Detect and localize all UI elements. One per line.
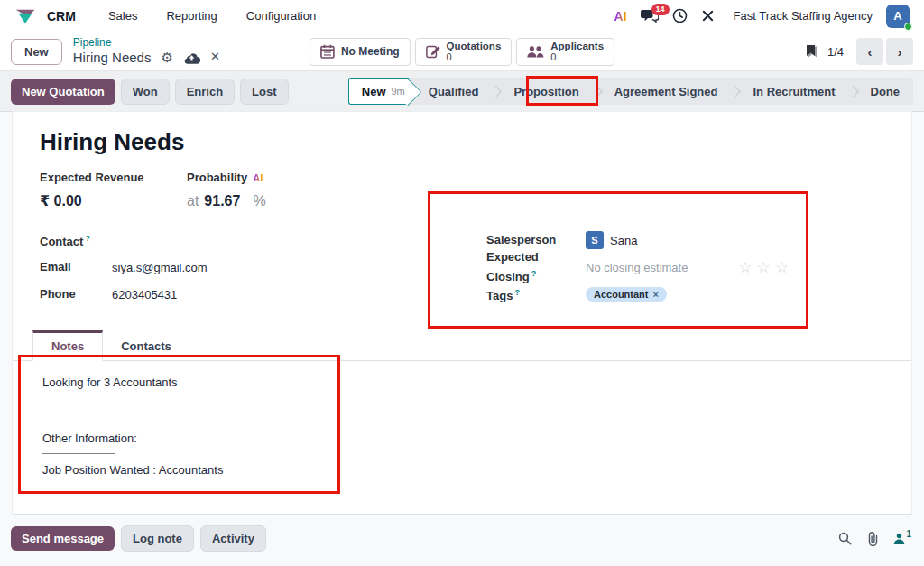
log-note-button[interactable]: Log note	[121, 525, 194, 552]
ai-icon: AI	[253, 172, 263, 183]
follower-count: 1	[906, 529, 911, 539]
right-field-column: Salesperson S Sana Expected Closing? No …	[486, 231, 789, 312]
messages-icon[interactable]: 14	[641, 9, 659, 23]
pager-prev-button[interactable]: ‹	[856, 38, 883, 65]
crm-logo-icon[interactable]	[14, 7, 36, 24]
followers-icon[interactable]: 1	[893, 533, 911, 544]
breadcrumb-current: Hiring Needs	[73, 50, 152, 65]
search-icon[interactable]	[838, 532, 852, 545]
stage-group: Qualified Proposition Agreement Signed I…	[399, 78, 913, 105]
expected-closing-label: Expected Closing?	[486, 249, 586, 285]
quotations-count: 0	[447, 51, 502, 62]
no-meeting-label: No Meeting	[341, 45, 400, 58]
email-field[interactable]: Email siya.s@gmail.com	[40, 258, 437, 276]
email-label: Email	[40, 259, 112, 275]
field-columns: Contact? Email siya.s@gmail.com Phone 62…	[40, 231, 884, 312]
notebook-tabs: Notes Contacts	[13, 330, 911, 361]
salesperson-value[interactable]: Sana	[610, 234, 637, 247]
stat-button-group: No Meeting Quotations 0	[310, 38, 614, 66]
discard-icon[interactable]: ✕	[210, 51, 220, 64]
expected-closing-placeholder[interactable]: No closing estimate	[586, 261, 688, 274]
stage-agreement-signed[interactable]: Agreement Signed	[601, 78, 732, 105]
stage-new[interactable]: New 9m	[348, 78, 409, 105]
star-icon[interactable]: ☆	[738, 258, 752, 277]
users-icon	[527, 45, 544, 58]
contact-label: Contact?	[40, 230, 112, 250]
stage-done[interactable]: Done	[857, 78, 914, 105]
tag-accountant[interactable]: Accountant ×	[586, 287, 667, 302]
tag-remove-icon[interactable]: ×	[653, 289, 659, 300]
tools-icon[interactable]	[701, 9, 715, 23]
new-record-button[interactable]: New	[11, 39, 62, 65]
help-icon: ?	[514, 288, 520, 297]
menu-sales[interactable]: Sales	[99, 9, 147, 23]
form-sheet: Hiring Needs Expected Revenue Probabilit…	[13, 112, 911, 515]
stage-pipeline: New 9m Qualified Proposition Agreement S…	[348, 78, 913, 105]
menu-reporting[interactable]: Reporting	[157, 9, 226, 23]
top-navbar: CRM Sales Reporting Configuration AI 14 …	[0, 0, 924, 32]
stage-in-recruitment[interactable]: In Recruitment	[739, 78, 848, 105]
chatter-bar: Send message Log note Activity 1	[0, 515, 924, 552]
control-bar: New Pipeline Hiring Needs ⚙ ✕	[0, 32, 924, 70]
activity-button[interactable]: Activity	[200, 525, 266, 552]
tab-contacts[interactable]: Contacts	[103, 333, 189, 360]
company-switcher[interactable]: Fast Track Staffing Agency	[734, 9, 873, 23]
won-button[interactable]: Won	[121, 79, 170, 105]
menu-configuration[interactable]: Configuration	[237, 9, 325, 23]
contact-field[interactable]: Contact?	[40, 231, 437, 249]
salesperson-avatar: S	[586, 231, 604, 249]
revenue-probability-block: Expected Revenue ProbabilityAI ₹ 0.00 at…	[40, 170, 266, 211]
tag-name: Accountant	[594, 289, 649, 300]
pager-value: 1/4	[827, 45, 844, 59]
phone-value[interactable]: 6203405431	[112, 288, 177, 302]
notes-divider	[42, 453, 115, 454]
page-title[interactable]: Hiring Needs	[40, 126, 884, 157]
tab-notes[interactable]: Notes	[32, 330, 103, 361]
activities-clock-icon[interactable]	[672, 8, 688, 23]
app-name[interactable]: CRM	[47, 9, 76, 23]
navbar-right: AI 14 Fast Track Staffing Agency A	[614, 5, 910, 28]
tags-field[interactable]: Tags? Accountant ×	[486, 285, 789, 303]
notes-editor[interactable]: Looking for 3 Accountants Other Informat…	[13, 361, 911, 479]
priority-stars: ☆ ☆ ☆	[738, 258, 789, 277]
expected-revenue-value[interactable]: ₹ 0.00	[40, 191, 187, 211]
status-bar: New Quotation Won Enrich Lost New 9m Qua…	[0, 70, 924, 112]
sheet-wrap: Hiring Needs Expected Revenue Probabilit…	[0, 112, 924, 515]
probability-value[interactable]: at91.67%	[187, 191, 266, 211]
user-avatar[interactable]: A	[886, 5, 910, 28]
lost-button[interactable]: Lost	[240, 79, 288, 105]
bookmark-icon[interactable]	[805, 45, 818, 59]
star-icon[interactable]: ☆	[757, 258, 771, 277]
new-quotation-button[interactable]: New Quotation	[11, 79, 116, 105]
user-avatar-initial: A	[893, 9, 901, 23]
attachment-paperclip-icon[interactable]	[866, 532, 879, 546]
quotations-button[interactable]: Quotations 0	[415, 38, 513, 66]
ai-icon[interactable]: AI	[614, 9, 627, 23]
navbar-left: CRM Sales Reporting Configuration	[14, 7, 325, 24]
calendar-icon	[320, 44, 335, 59]
stage-proposition[interactable]: Proposition	[500, 78, 592, 105]
save-cloud-icon[interactable]	[183, 51, 200, 64]
no-meeting-button[interactable]: No Meeting	[310, 38, 411, 66]
salesperson-label: Salesperson	[486, 232, 586, 248]
send-message-button[interactable]: Send message	[11, 526, 115, 551]
expected-closing-field[interactable]: Expected Closing? No closing estimate ☆ …	[486, 258, 789, 276]
stage-qualified[interactable]: Qualified	[415, 78, 493, 105]
email-value[interactable]: siya.s@gmail.com	[112, 261, 208, 274]
phone-field[interactable]: Phone 6203405431	[40, 285, 437, 303]
enrich-button[interactable]: Enrich	[175, 79, 235, 105]
tags-label: Tags?	[486, 284, 586, 304]
salesperson-field[interactable]: Salesperson S Sana	[486, 231, 789, 249]
applicants-button[interactable]: Applicants 0	[516, 38, 614, 66]
notes-line: Looking for 3 Accountants	[42, 374, 884, 392]
applicants-label: Applicants	[550, 41, 604, 52]
online-status-dot	[904, 23, 912, 31]
left-field-column: Contact? Email siya.s@gmail.com Phone 62…	[40, 231, 437, 312]
star-icon[interactable]: ☆	[775, 258, 789, 277]
breadcrumb-pipeline-link[interactable]: Pipeline	[73, 37, 220, 50]
chatter-icons: 1	[838, 532, 911, 546]
pager-next-button[interactable]: ›	[886, 38, 913, 65]
applicants-count: 0	[550, 51, 604, 62]
notes-line: Other Information:	[42, 430, 884, 448]
gear-icon[interactable]: ⚙	[161, 50, 172, 65]
